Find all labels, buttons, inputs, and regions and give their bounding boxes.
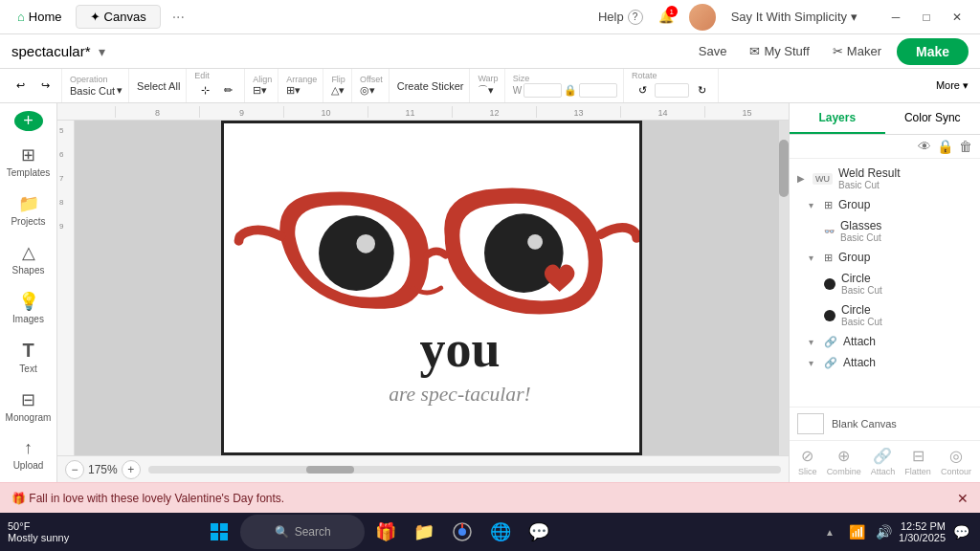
search-taskbar-btn[interactable]: 🔍 Search xyxy=(240,515,365,549)
layer-circle1[interactable]: Circle Basic Cut xyxy=(790,268,980,299)
taskbar-chrome-icon[interactable] xyxy=(445,515,479,549)
sidebar-item-monogram[interactable]: ⊟ Monogram xyxy=(4,384,54,429)
notifications-btn[interactable]: 🔔 1 xyxy=(658,10,674,24)
glasses-name: Glasses xyxy=(840,219,881,232)
home-tab[interactable]: ⌂ Home xyxy=(8,6,72,28)
group1-chevron: ▾ xyxy=(809,200,818,210)
username-btn[interactable]: Say It With Simplicity ▾ xyxy=(731,10,858,24)
toolbar-offset[interactable]: Offset ◎▾ xyxy=(354,69,390,102)
circle2-dot xyxy=(824,310,835,321)
layer-attach2[interactable]: ▾ 🔗 Attach xyxy=(790,352,980,373)
taskbar-center-icons: 🔍 Search 🎁 📁 🌐 💬 xyxy=(202,515,556,549)
sidebar-item-shapes[interactable]: △ Shapes xyxy=(4,236,54,281)
sidebar-item-text[interactable]: T Text xyxy=(4,334,54,380)
blank-canvas-item[interactable]: Blank Canvas xyxy=(790,407,980,440)
toolbar-flip[interactable]: Flip △▾ xyxy=(325,69,352,102)
canvas-area: 8 9 10 11 12 13 14 15 5 6 7 8 9 xyxy=(57,103,789,482)
flatten-action[interactable]: ⊟ Flatten xyxy=(904,447,931,476)
help-btn[interactable]: Help ? xyxy=(598,10,643,25)
taskbar-wifi-icon[interactable]: 📶 xyxy=(845,520,868,543)
scrollbar-thumb-v[interactable] xyxy=(779,140,789,197)
attach-icon: 🔗 xyxy=(873,447,892,465)
more-dots-btn[interactable]: ··· xyxy=(172,9,185,26)
width-input[interactable] xyxy=(523,83,562,98)
layer-lock-btn[interactable]: 🔒 xyxy=(937,139,953,154)
zoom-bar: − 175% + xyxy=(57,455,789,482)
canvas-scroll[interactable]: 5 6 7 8 9 xyxy=(57,121,789,455)
taskbar-msg-icon[interactable]: 💬 xyxy=(522,515,556,549)
scrollbar-vertical[interactable] xyxy=(779,121,789,455)
taskbar-gift-icon[interactable]: 🎁 xyxy=(368,515,403,549)
notification-text: 🎁 Fall in love with these lovely Valenti… xyxy=(11,492,284,505)
minimize-btn[interactable]: ─ xyxy=(880,4,911,31)
sidebar-item-templates[interactable]: ⊞ Templates xyxy=(4,139,54,184)
layer-circle2[interactable]: Circle Basic Cut xyxy=(790,299,980,331)
pen-btn[interactable]: ✏ xyxy=(217,80,238,101)
search-taskbar-placeholder: Search xyxy=(295,525,331,539)
close-btn[interactable]: ✕ xyxy=(942,4,972,31)
save-button[interactable]: Save xyxy=(691,40,735,62)
notification-close-btn[interactable]: ✕ xyxy=(957,491,969,506)
canvas-tab[interactable]: ✦ Canvas xyxy=(76,5,161,29)
rotate-ccw-btn[interactable]: ↺ xyxy=(632,80,653,101)
layer-delete-btn[interactable]: 🗑 xyxy=(959,139,972,154)
sidebar-item-upload[interactable]: ↑ Upload xyxy=(4,432,54,476)
tab-layers[interactable]: Layers xyxy=(790,103,885,134)
tab-color-sync[interactable]: Color Sync xyxy=(885,103,981,134)
layer-eye-btn[interactable]: 👁 xyxy=(918,139,931,154)
contour-action[interactable]: ◎ Contour xyxy=(941,447,971,476)
taskbar-app-icon[interactable]: 🌐 xyxy=(483,515,518,549)
scroll-track-h[interactable] xyxy=(148,466,781,474)
redo-btn[interactable]: ↪ xyxy=(34,76,56,97)
toolbar-undo-group: ↩ ↪ xyxy=(4,69,62,102)
maximize-btn[interactable]: □ xyxy=(911,4,942,31)
rotate-input[interactable] xyxy=(655,83,689,98)
zoom-out-btn[interactable]: − xyxy=(65,460,84,479)
height-input[interactable] xyxy=(579,83,617,98)
start-btn[interactable] xyxy=(202,515,236,549)
taskbar-volume-icon[interactable]: 🔊 xyxy=(872,520,895,543)
attach-label: Attach xyxy=(871,467,896,476)
attach-action[interactable]: 🔗 Attach xyxy=(871,447,896,476)
toolbar-rotate: Rotate ↺ ↻ xyxy=(626,69,719,102)
taskbar-up-arrow[interactable]: ▲ xyxy=(818,520,841,543)
sidebar-item-images[interactable]: 💡 Images xyxy=(4,285,54,330)
toolbar-warp[interactable]: Warp ⌒▾ xyxy=(472,69,504,102)
taskbar-system-icons: ▲ 📶 🔊 12:52 PM 1/30/2025 💬 xyxy=(818,520,972,543)
toolbar-edit: Edit ⊹ ✏ xyxy=(189,69,245,102)
toolbar-arrange[interactable]: Arrange ⊞▾ xyxy=(280,69,323,102)
avatar[interactable] xyxy=(689,4,716,31)
ruler-numbers: 8 9 10 11 12 13 14 15 xyxy=(115,106,789,118)
zoom-in-btn[interactable]: + xyxy=(122,460,141,479)
toolbar-create-sticker[interactable]: Create Sticker xyxy=(391,69,471,102)
taskbar-notification-icon[interactable]: 💬 xyxy=(949,520,972,543)
scroll-thumb-h[interactable] xyxy=(306,466,354,474)
attach1-icon: 🔗 xyxy=(824,336,837,348)
taskbar-clock[interactable]: 12:52 PM 1/30/2025 xyxy=(899,520,946,543)
my-stuff-button[interactable]: ✉ My Stuff xyxy=(742,40,816,62)
undo-btn[interactable]: ↩ xyxy=(10,76,31,97)
rotate-cw-btn[interactable]: ↻ xyxy=(691,80,712,101)
layer-attach1[interactable]: ▾ 🔗 Attach xyxy=(790,331,980,352)
toolbar-select-all[interactable]: Select All xyxy=(131,69,187,102)
help-label: Help xyxy=(598,10,624,24)
taskbar-folder-icon[interactable]: 📁 xyxy=(407,515,441,549)
add-button[interactable]: + xyxy=(14,111,43,131)
layer-group2[interactable]: ▾ ⊞ Group xyxy=(790,247,980,268)
flatten-label: Flatten xyxy=(904,467,931,476)
zoom-value: 175% xyxy=(88,463,118,476)
combine-action[interactable]: ⊕ Combine xyxy=(827,447,861,476)
maker-button[interactable]: ✂ Maker xyxy=(825,40,889,62)
operation-value[interactable]: Basic Cut ▾ xyxy=(70,84,122,97)
layer-weld-result[interactable]: ▶ WU Weld Result Basic Cut xyxy=(790,163,980,194)
select-mode-btn[interactable]: ⊹ xyxy=(194,80,215,101)
toolbar-more-btn[interactable]: More ▾ xyxy=(928,79,976,92)
slice-action[interactable]: ⊘ Slice xyxy=(798,447,817,476)
art-canvas[interactable]: you are spec-tacular! xyxy=(221,121,642,455)
toolbar-align[interactable]: Align ⊟▾ xyxy=(247,69,278,102)
sidebar-item-projects[interactable]: 📁 Projects xyxy=(4,187,54,232)
project-chevron[interactable]: ▾ xyxy=(99,44,105,59)
make-button[interactable]: Make xyxy=(897,38,969,65)
layer-glasses[interactable]: 👓 Glasses Basic Cut xyxy=(790,215,980,247)
layer-group1[interactable]: ▾ ⊞ Group xyxy=(790,194,980,215)
